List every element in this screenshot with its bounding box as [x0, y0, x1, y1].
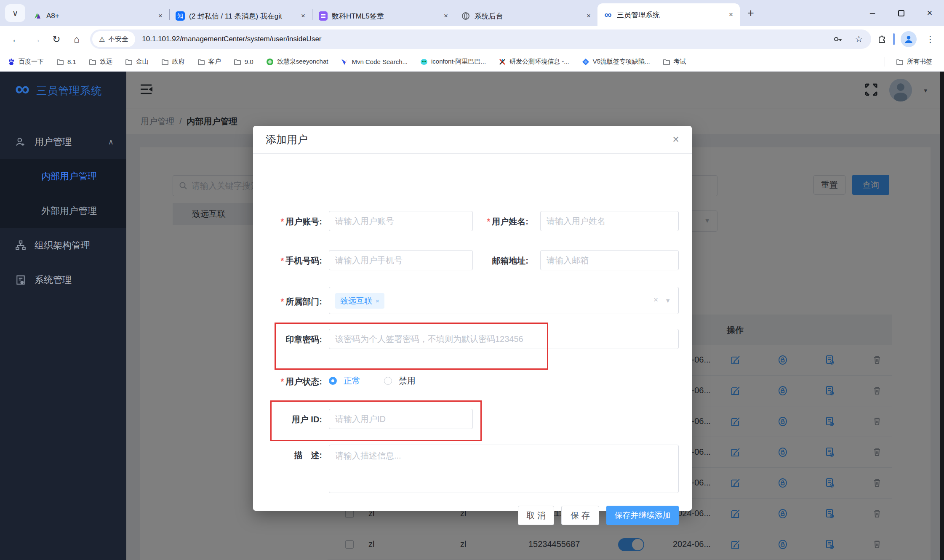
browser-toolbar: ← → ↻ ⌂ ⚠ 不安全 10.1.101.92/managementCent… [0, 26, 944, 52]
tab-a8[interactable]: A8+ × [27, 6, 169, 26]
app-logo: ∞ 三员管理系统 [0, 72, 126, 109]
bookmarks-bar: 百度一下 8.1 致远 金山 政府 客户 9.0 致慧泉seeyonchat M… [0, 52, 944, 72]
browser-profile-avatar[interactable] [901, 31, 917, 47]
bookmark-folder-kaoshi[interactable]: 考试 [663, 58, 686, 66]
tab-close-icon[interactable]: × [440, 12, 451, 20]
save-button[interactable]: 保 存 [561, 506, 599, 525]
status-radio-group: 正常 禁用 [329, 375, 416, 387]
browser-menu-kebab-icon[interactable]: ⋮ [923, 34, 938, 44]
tab-label: 系统后台 [475, 11, 579, 21]
tab-label: 数科HTML5签章 [332, 11, 436, 21]
dept-tag: 致远互联 × [335, 293, 384, 309]
window-controls: – × [858, 0, 944, 26]
bookmark-seeyonchat[interactable]: 致慧泉seeyonchat [266, 58, 328, 66]
bookmark-folder-jinshan[interactable]: 金山 [125, 58, 149, 66]
sidebar-item-inside-users[interactable]: 内部用户管理 [0, 159, 126, 194]
save-and-continue-button[interactable]: 保存并继续添加 [606, 506, 679, 525]
tab-backend[interactable]: 系统后台 × [455, 6, 597, 26]
org-chart-icon [15, 240, 26, 251]
dept-select[interactable]: 致远互联 × × ▼ [329, 287, 679, 314]
window-restore-button[interactable] [887, 0, 915, 26]
url-text: 10.1.101.92/managementCenter/system/user… [142, 35, 321, 43]
bookmark-v5-defects[interactable]: V5流版签专项缺陷... [582, 58, 650, 66]
account-input[interactable] [329, 211, 473, 231]
sidebar-item-user-management[interactable]: 用户管理 ∧ [0, 125, 126, 159]
radio-disabled[interactable] [384, 377, 392, 385]
warning-icon: ⚠ [99, 35, 105, 43]
tab-sanyuan-active[interactable]: ∞ 三员管理系统 × [597, 3, 740, 26]
new-tab-button[interactable]: + [747, 7, 754, 20]
annotation-box-seal-password [275, 323, 548, 370]
all-bookmarks[interactable]: 所有书签 [896, 58, 932, 66]
home-icon[interactable]: ⌂ [67, 34, 87, 45]
bookmark-mvn-search[interactable]: Mvn Code Search... [341, 58, 408, 66]
system-doc-icon [15, 275, 26, 285]
radio-normal-label[interactable]: 正常 [344, 375, 360, 387]
extensions-puzzle-icon[interactable] [877, 34, 887, 44]
email-label: 邮箱地址: [459, 255, 528, 267]
screen: ∨ A8+ × 知 (2 封私信 / 11 条消息) 我在git × 数科HTM… [0, 0, 944, 560]
address-bar[interactable]: ⚠ 不安全 10.1.101.92/managementCenter/syste… [90, 29, 871, 49]
bookmark-env-info[interactable]: 研发公测环境信息 -... [499, 58, 569, 66]
select-clear-icon[interactable]: × [653, 295, 658, 304]
globe-favicon-icon [461, 11, 470, 21]
chevron-up-icon: ∧ [108, 137, 114, 147]
tab-zhihu[interactable]: 知 (2 封私信 / 11 条消息) 我在git × [170, 6, 312, 26]
bookmark-baidu[interactable]: 百度一下 [8, 58, 44, 66]
security-chip[interactable]: ⚠ 不安全 [92, 31, 135, 47]
account-label: *用户账号: [253, 216, 322, 227]
bookmark-folder-81[interactable]: 8.1 [56, 58, 76, 66]
dialog-header: 添加用户 × [253, 126, 692, 154]
tab-shuke[interactable]: 数科HTML5签章 × [312, 6, 455, 26]
radio-normal[interactable] [329, 377, 337, 385]
browser-tab-strip: ∨ A8+ × 知 (2 封私信 / 11 条消息) 我在git × 数科HTM… [0, 0, 944, 26]
caret-down-icon: ▼ [665, 297, 671, 304]
bookmark-iconfont[interactable]: iconfont-阿里巴巴... [420, 58, 486, 66]
sidebar-item-label: 组织架构管理 [35, 239, 90, 252]
radio-disabled-label[interactable]: 禁用 [399, 375, 416, 387]
bookmark-star-icon[interactable]: ☆ [855, 34, 863, 44]
window-close-button[interactable]: × [915, 0, 944, 26]
sidebar-item-system-management[interactable]: 系统管理 [0, 263, 126, 297]
bookmark-folder-zhiyuan[interactable]: 致远 [89, 58, 112, 66]
document-favicon-icon [318, 11, 328, 21]
back-icon[interactable]: ← [6, 34, 26, 45]
tab-search-button[interactable]: ∨ [5, 4, 25, 22]
dept-label: *所属部门: [253, 296, 322, 307]
reload-icon[interactable]: ↻ [46, 34, 67, 45]
password-key-icon[interactable] [833, 34, 843, 44]
logo-title: 三员管理系统 [36, 84, 102, 98]
zhihu-favicon-icon: 知 [176, 11, 185, 21]
user-plus-icon [15, 136, 26, 147]
tab-close-icon[interactable]: × [298, 12, 309, 20]
bookmark-folder-zhengfu[interactable]: 政府 [161, 58, 185, 66]
tag-close-icon[interactable]: × [376, 297, 379, 304]
email-input[interactable] [540, 250, 679, 270]
tab-group-indicator [893, 33, 895, 45]
a8-favicon-icon [33, 11, 42, 21]
security-chip-label: 不安全 [108, 35, 128, 44]
add-user-dialog: 添加用户 × *用户账号: *用户姓名: *手机号码: 邮箱地址: *所属部门:… [253, 126, 692, 511]
phone-input[interactable] [329, 250, 473, 270]
tab-close-icon[interactable]: × [583, 12, 594, 20]
sidebar-item-org-management[interactable]: 组织架构管理 [0, 228, 126, 263]
sidebar-item-label: 系统管理 [35, 274, 72, 286]
bookmark-folder-kehu[interactable]: 客户 [197, 58, 221, 66]
sidebar-item-label: 用户管理 [35, 136, 72, 148]
username-input[interactable] [540, 211, 679, 231]
cancel-button[interactable]: 取 消 [518, 506, 554, 525]
infinity-favicon-icon: ∞ [603, 10, 613, 19]
window-minimize-button[interactable]: – [858, 0, 887, 26]
logo-infinity-icon: ∞ [15, 81, 29, 97]
bookmark-folder-90[interactable]: 9.0 [234, 58, 253, 66]
dialog-title: 添加用户 [266, 133, 308, 147]
forward-icon[interactable]: → [26, 34, 46, 45]
description-textarea[interactable] [329, 445, 679, 493]
tab-close-icon[interactable]: × [725, 11, 736, 19]
sidebar-item-outside-users[interactable]: 外部用户管理 [0, 194, 126, 228]
tab-label: 三员管理系统 [617, 10, 721, 20]
dialog-body: *用户账号: *用户姓名: *手机号码: 邮箱地址: *所属部门: 致远互联 ×… [253, 154, 692, 511]
dialog-close-icon[interactable]: × [672, 133, 679, 146]
page-scrollbar[interactable] [940, 72, 944, 560]
tab-close-icon[interactable]: × [155, 12, 166, 20]
